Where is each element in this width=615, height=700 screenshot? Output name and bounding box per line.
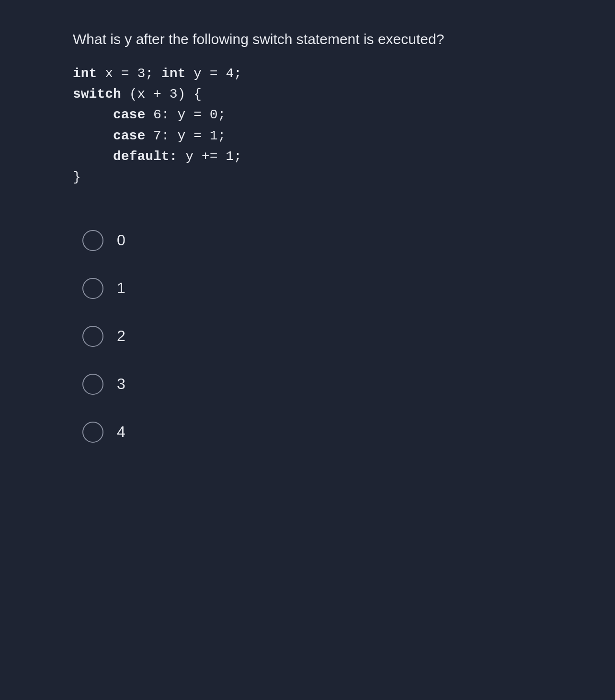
main-container: What is y after the following switch sta… [44, 0, 571, 700]
option-label-0: 0 [117, 231, 125, 249]
keyword-int-2: int [161, 66, 185, 81]
code-line-5: default: y += 1; [73, 146, 542, 167]
code-line2-rest: (x + 3) { [121, 87, 202, 102]
option-item-3[interactable]: 3 [73, 360, 542, 408]
radio-button-0[interactable] [82, 230, 103, 251]
code-line1-rest1: x = 3; [97, 66, 161, 81]
question-text: What is y after the following switch sta… [73, 29, 542, 50]
keyword-default: default: [113, 149, 177, 164]
option-label-3: 3 [117, 375, 125, 393]
option-label-1: 1 [117, 279, 125, 297]
radio-button-2[interactable] [82, 326, 103, 347]
keyword-switch: switch [73, 87, 121, 102]
option-item-4[interactable]: 4 [73, 408, 542, 456]
code-closing-brace: } [73, 170, 81, 184]
code-line3-rest: 6: y = 0; [145, 107, 226, 122]
code-line-6: } [73, 167, 542, 187]
code-block: int x = 3; int y = 4; switch (x + 3) { c… [73, 63, 542, 188]
option-item-2[interactable]: 2 [73, 312, 542, 360]
radio-button-4[interactable] [82, 422, 103, 443]
option-item-0[interactable]: 0 [73, 217, 542, 264]
code-line-2: switch (x + 3) { [73, 84, 542, 104]
code-line-1: int x = 3; int y = 4; [73, 63, 542, 84]
option-item-1[interactable]: 1 [73, 264, 542, 312]
option-label-4: 4 [117, 423, 125, 441]
code-line1-rest2: y = 4; [185, 66, 242, 81]
code-line5-rest: y += 1; [177, 149, 241, 164]
options-list: 0 1 2 3 4 [73, 217, 542, 456]
code-line-3: case 6: y = 0; [73, 104, 542, 125]
question-label: What is y after the following switch sta… [73, 31, 444, 47]
radio-button-1[interactable] [82, 278, 103, 299]
keyword-int-1: int [73, 66, 97, 81]
code-line-4: case 7: y = 1; [73, 126, 542, 146]
keyword-case-2: case [113, 128, 145, 143]
keyword-case-1: case [113, 107, 145, 122]
code-line4-rest: 7: y = 1; [145, 128, 226, 143]
radio-button-3[interactable] [82, 374, 103, 395]
option-label-2: 2 [117, 327, 125, 345]
